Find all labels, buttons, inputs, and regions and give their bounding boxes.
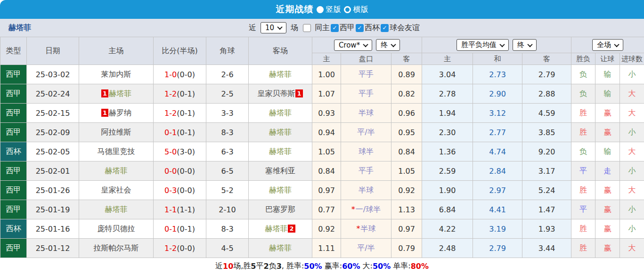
wdl-result-cell: 负 [571,65,595,84]
date-cell: 25-02-01 [27,161,79,181]
handicap-result-cell: 输 [595,84,620,104]
match-row: 西甲25-02-151赫罗纳1-2(0-1)3-3赫塔菲0.93半球0.961.… [0,104,644,123]
avg-home-cell: 2.48 [422,239,473,258]
score-cell: 1-2(0-1) [154,84,206,104]
crow-home-odds-cell: 0.84 [312,161,341,181]
avg-company-select[interactable]: 胜平负均值 [457,39,509,51]
avg-draw-cell: 4.41 [473,200,522,219]
handicap-cell: 平手 [341,161,391,181]
avg-draw-cell: 2.84 [473,161,522,181]
crow-home-odds-cell: 0.77 [312,200,341,219]
avg-home-cell: 3.04 [422,65,473,84]
crow-home-odds-cell: 0.97 [312,181,341,200]
scope-value: 全场 [597,40,611,49]
summary-segment: 3 [277,262,282,271]
corners-cell: 6-5 [206,161,249,181]
avg-period-select[interactable]: 终 [513,39,537,51]
avg-home-cell: 2.59 [422,161,473,181]
filter-checkbox[interactable]: ✓ [381,24,389,32]
crow-home-odds-cell: 0.93 [312,104,341,123]
corners-cell: 5-2 [206,181,249,200]
goals-result-cell: 小 [620,123,644,142]
date-cell: 25-01-26 [27,181,79,200]
away-team-cell: 塞维利亚 [249,161,312,181]
crow-away-odds-cell: 0.82 [391,84,422,104]
avg-away-cell: 3.17 [522,161,571,181]
filter-controls: 近 10 场 同主✓西甲✓西杯✓球会友谊 [249,19,420,37]
avg-away-cell: 3.85 [522,123,571,142]
wdl-result-cell: 平 [571,200,595,219]
radio-unselected-icon [344,6,351,13]
score-cell: 0-0(0-0) [154,161,206,181]
avg-away-cell: 9.20 [522,142,571,161]
red-card-badge: 2 [288,225,295,233]
avg-away-cell: 1.93 [522,219,571,239]
crow-company-select[interactable]: Crow* [334,40,372,51]
goals-result-cell: 大 [620,239,644,258]
wdl-result-cell: 胜 [571,104,595,123]
match-row: 西甲25-01-19赫塔菲1-1(1-1)2-10巴塞罗那0.77*一/球半1.… [0,200,644,219]
col-header-home: 主场 [79,37,154,65]
league-type-cell: 西甲 [0,123,27,142]
col-header-corners: 角球 [206,37,249,65]
filter-checkbox-label: 西杯 [365,23,380,33]
crow-home-odds-cell: 1.00 [312,65,341,84]
handicap-cell: 平/半 [341,123,391,142]
avg-draw-cell: 4.74 [473,142,522,161]
crow-home-odds-cell: 0.92 [312,219,341,239]
corners-cell: 2-5 [206,84,249,104]
crow-away-odds-cell: 1.13 [391,200,422,219]
summary-segment: 2 [264,262,269,271]
match-row: 西甲25-01-12拉斯帕尔马斯1-2(0-0)4-5赫塔菲1.11平/半0.7… [0,239,644,258]
red-card-badge: 1 [295,89,302,97]
avg-away-cell: 1.47 [522,200,571,219]
filter-checkbox[interactable]: ✓ [356,24,364,32]
corners-cell: 2-10 [206,200,249,219]
score-cell: 1-0(0-0) [154,65,206,84]
handicap-cell: 平/半 [341,239,391,258]
away-team-cell: 赫塔菲 [249,104,312,123]
home-team-cell: 庞特贝德拉 [79,219,154,239]
corners-cell: 8-3 [206,123,249,142]
crow-away-odds-cell: 1.05 [391,161,422,181]
scope-select[interactable]: 全场 [592,39,623,51]
filter-checkbox[interactable] [303,24,311,32]
score-cell: 0-1(0-1) [154,219,206,239]
crow-away-odds-cell: 0.84 [391,142,422,161]
corners-cell: 8-3 [206,219,249,239]
filter-checkbox-label: 球会友谊 [390,23,420,33]
goals-result-cell: 小 [620,65,644,84]
home-team-cell: 赫塔菲 [79,161,154,181]
league-type-cell: 西甲 [0,161,27,181]
col-header-score: 比分(半场) [154,37,206,65]
date-cell: 25-02-24 [27,84,79,104]
avg-odds-group-header: 胜平负均值 终 [422,37,571,53]
layout-radio-horizontal[interactable]: 横版 [344,5,368,15]
layout-radio-vertical[interactable]: 竖版 [317,5,341,15]
crow-away-odds-cell: 0.96 [391,104,422,123]
goals-result-cell: 小 [620,161,644,181]
date-cell: 25-02-05 [27,142,79,161]
league-type-cell: 西杯 [0,219,27,239]
filter-checkbox[interactable]: ✓ [331,24,339,32]
league-type-cell: 西甲 [0,181,27,200]
subcol-goals: 进球数 [620,53,644,65]
handicap-cell: 球半 [341,142,391,161]
subcol-handicap: 盘口 [341,53,391,65]
avg-draw-cell: 2.79 [473,239,522,258]
avg-home-cell: 4.22 [422,219,473,239]
crow-period-select[interactable]: 终 [376,39,400,51]
summary-segment: 单率: [391,261,410,271]
summary-segment: , 胜率: [282,261,304,271]
avg-away-cell: 2.88 [522,84,571,104]
away-team-cell: 赫塔菲 [249,142,312,161]
wdl-result-cell: 平 [571,161,595,181]
home-team-cell: 赫塔菲 [79,200,154,219]
avg-draw-cell: 2.90 [473,84,522,104]
summary-segment: 场,胜 [233,261,251,271]
team-name: 赫塔菲 [8,23,31,33]
summary-segment: 50% [373,262,391,271]
home-team-cell: 阿拉维斯 [79,123,154,142]
recent-count-select[interactable]: 10 [261,22,286,33]
score-cell: 0-1(0-1) [154,123,206,142]
